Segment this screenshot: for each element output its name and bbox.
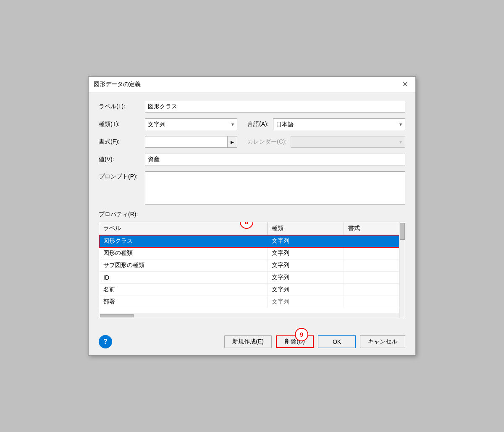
table-row[interactable]: サブ図形の種類 文字列: [99, 259, 405, 272]
prompt-row: プロンプト(P):: [99, 171, 405, 205]
value-field-wrapper: [145, 154, 405, 165]
table-cell-type: 文字列: [267, 284, 344, 296]
label-input[interactable]: [145, 101, 405, 113]
type-row: 種類(T): 文字列 数値 日付 論理値 ▼ 言語(A): 日本語 英語 ▼: [99, 118, 405, 130]
hscroll-thumb: [100, 314, 134, 317]
calendar-select-wrapper: ▼: [291, 136, 405, 148]
table-cell-format: [344, 284, 405, 296]
format-row: 書式(F): ▶ カレンダー(C): ▼: [99, 136, 405, 148]
dialog-footer: ? 新規作成(E) 9 削除(D) OK キャンセル: [89, 332, 415, 355]
table-cell-type: 文字列: [267, 296, 344, 308]
help-button[interactable]: ?: [99, 335, 112, 348]
horizontal-scrollbar[interactable]: [99, 313, 399, 318]
dialog-title: 図形データの定義: [94, 81, 141, 88]
table-cell-type: 文字列: [267, 235, 344, 247]
label-row: ラベル(L):: [99, 101, 405, 113]
type-field-label: 種類(T):: [99, 120, 145, 128]
table-cell-format: [344, 235, 405, 247]
vscroll-thumb: [400, 223, 405, 240]
close-button[interactable]: ✕: [400, 80, 410, 89]
table-cell-label: 部署: [99, 296, 267, 308]
table-row[interactable]: ID 文字列: [99, 272, 405, 284]
table-row[interactable]: 名前 文字列: [99, 284, 405, 296]
dialog: 図形データの定義 ✕ ラベル(L): 種類(T): 文字列 数値 日付 論理値 …: [88, 76, 416, 356]
table-cell-type: 文字列: [267, 247, 344, 259]
properties-table-wrapper: 8 ラベル 種類 書式 図形クラス 文字列: [99, 222, 405, 318]
footer-left: ?: [99, 335, 112, 348]
calendar-field-label: カレンダー(C):: [247, 138, 286, 146]
lang-group: 言語(A): 日本語 英語 ▼: [247, 118, 405, 130]
format-browse-button[interactable]: ▶: [227, 136, 237, 148]
table-cell-type: 文字列: [267, 259, 344, 272]
table-row[interactable]: 図形クラス 文字列: [99, 235, 405, 247]
calendar-group: カレンダー(C): ▼: [247, 136, 405, 148]
table-row[interactable]: 部署 文字列: [99, 296, 405, 308]
properties-table: ラベル 種類 書式 図形クラス 文字列 図形の種類 文字列: [99, 222, 405, 308]
value-input[interactable]: [145, 154, 405, 165]
value-field-label: 値(V):: [99, 156, 145, 163]
table-cell-label: ID: [99, 272, 267, 284]
prompt-field-label: プロンプト(P):: [99, 171, 145, 181]
table-row[interactable]: 図形の種類 文字列: [99, 247, 405, 259]
table-cell-label: サブ図形の種類: [99, 259, 267, 272]
table-cell-label: 図形の種類: [99, 247, 267, 259]
lang-select[interactable]: 日本語 英語: [273, 118, 405, 130]
lang-field-label: 言語(A):: [247, 120, 269, 128]
format-input[interactable]: [145, 136, 227, 148]
col-header-type: 種類: [267, 222, 344, 235]
vertical-scrollbar[interactable]: [399, 222, 405, 318]
ok-button[interactable]: OK: [318, 335, 356, 348]
dialog-body: ラベル(L): 種類(T): 文字列 数値 日付 論理値 ▼ 言語(A):: [89, 92, 415, 332]
step-badge-9: 9: [295, 328, 308, 341]
value-row: 値(V):: [99, 154, 405, 165]
new-button[interactable]: 新規作成(E): [224, 335, 272, 348]
delete-btn-wrapper: 9 削除(D): [276, 335, 314, 348]
table-cell-format: [344, 247, 405, 259]
table-cell-format: [344, 259, 405, 272]
cancel-button[interactable]: キャンセル: [360, 335, 405, 348]
table-cell-format: [344, 296, 405, 308]
table-cell-type: 文字列: [267, 272, 344, 284]
footer-right: 新規作成(E) 9 削除(D) OK キャンセル: [224, 335, 405, 348]
properties-section-label: プロパティ(R):: [99, 211, 405, 218]
format-input-wrapper: ▶: [145, 136, 237, 148]
delete-button[interactable]: 削除(D): [276, 335, 314, 348]
calendar-select[interactable]: [291, 136, 405, 148]
type-select[interactable]: 文字列 数値 日付 論理値: [145, 118, 237, 130]
table-cell-label: 図形クラス: [99, 235, 267, 247]
title-bar: 図形データの定義 ✕: [89, 77, 415, 92]
table-cell-label: 名前: [99, 284, 267, 296]
label-field-wrapper: [145, 101, 405, 113]
table-cell-format: [344, 272, 405, 284]
lang-select-wrapper: 日本語 英語 ▼: [273, 118, 405, 130]
type-select-wrapper: 文字列 数値 日付 論理値 ▼: [145, 118, 237, 130]
label-field-label: ラベル(L):: [99, 103, 145, 110]
prompt-textarea[interactable]: [145, 171, 405, 205]
col-header-format: 書式: [344, 222, 405, 235]
format-field-label: 書式(F):: [99, 138, 145, 146]
